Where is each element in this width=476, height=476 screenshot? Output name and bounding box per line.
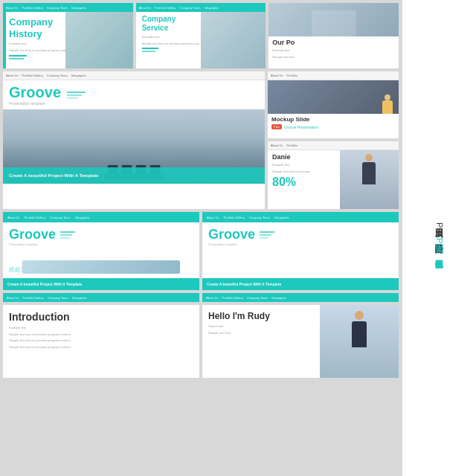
g2-sub: Presentation template xyxy=(208,242,255,246)
main-nav3[interactable]: Company Team xyxy=(47,74,68,77)
main-nav: About Us Portfolio Gallery Company Team … xyxy=(3,71,265,80)
intro-title: Introduction xyxy=(9,311,193,323)
right-panel: 以下展示为PPT实际内容 直接点击图片占位符即可添加图片 实际PPT不包含预览图… xyxy=(402,0,476,476)
r5-n2b: Portfolio Gallery xyxy=(222,296,242,300)
ch-nav-item1[interactable]: About Us xyxy=(6,6,18,10)
g1-dl1 xyxy=(60,231,75,233)
intro-example-label: Example text xyxy=(9,326,193,330)
main-logo-area: Groove Presentation template xyxy=(9,84,61,106)
dan-percent: 80% xyxy=(272,176,339,189)
ch-nav-item4[interactable]: Infographic xyxy=(71,6,86,10)
main-nav2[interactable]: Portfolio Gallery xyxy=(22,74,42,77)
dan-nav1: About Us xyxy=(271,144,283,147)
ch-example-body: Sample text here for preview purposes on… xyxy=(9,48,74,53)
mockup-slide[interactable]: About Us Portfolio Mockup Slide xyxy=(268,71,399,138)
ourpo-image xyxy=(268,3,399,36)
g1-dl2 xyxy=(60,234,72,236)
ourpo-body: Our Po Example text Sample text here xyxy=(268,36,399,61)
dan-nav: About Us Portfolio xyxy=(268,141,399,150)
intro-slide[interactable]: Introduction Example text Sample text he… xyxy=(3,305,199,378)
mock-nav: About Us Portfolio xyxy=(268,71,399,80)
dan-head xyxy=(365,154,373,161)
svc-nav3[interactable]: Company Team xyxy=(180,6,201,10)
r5-nav2: About Us Portfolio Gallery Company Team … xyxy=(202,293,399,302)
intro-body: Introduction Example text Sample text he… xyxy=(3,305,199,355)
dan-name: Danie xyxy=(272,153,339,161)
ourpo-example-label: Example text xyxy=(272,48,395,53)
ch-line1 xyxy=(9,55,27,57)
ch-line2 xyxy=(9,58,24,60)
main-deco-lines xyxy=(67,91,86,99)
hello-content: Hello I'm Rudy Search text Sample text h… xyxy=(202,305,330,341)
g2-nav1: About Us xyxy=(207,216,219,219)
ch-content: Company History Example text Sample text… xyxy=(9,16,74,61)
groove-slide-2[interactable]: About Us Portfolio Gallery Company Team … xyxy=(202,212,399,290)
dan-content: Danie Example text Sample text here for … xyxy=(268,150,344,192)
ch-nav-item2[interactable]: Portfolio Gallery xyxy=(22,6,42,10)
building-shape xyxy=(312,10,356,36)
mock-image xyxy=(268,80,399,114)
main-subtitle: Presentation template xyxy=(9,101,61,106)
row4: About Us Portfolio Gallery Company Team … xyxy=(0,209,402,290)
company-history-slide[interactable]: About Us Portfolio Gallery Company Team … xyxy=(3,3,133,68)
person-body xyxy=(382,100,393,114)
ch-image xyxy=(65,12,133,68)
our-po-slide[interactable]: Our Po Example text Sample text here xyxy=(268,3,399,68)
main-nav4[interactable]: Infographic xyxy=(71,74,86,77)
row1-slides: About Us Portfolio Gallery Company Team … xyxy=(0,0,402,68)
g1-img-placeholder xyxy=(22,260,179,274)
svc-title2: Service xyxy=(142,24,260,33)
hello-slide[interactable]: Hello I'm Rudy Search text Sample text h… xyxy=(202,305,399,378)
g2-dl1 xyxy=(260,231,274,233)
ch-nav: About Us Portfolio Gallery Company Team … xyxy=(3,3,133,12)
mock-bottom: Pptx Groove Presentation xyxy=(271,124,395,129)
intro-example-body3: Sample text here for preview purposes co… xyxy=(9,345,156,350)
main-banner: Create A beautiful Project With It Templ… xyxy=(3,167,265,184)
r5-n1d: Infographic xyxy=(72,296,87,300)
main-image-area: Create A beautiful Project With It Templ… xyxy=(3,109,265,184)
svc-title1: Company xyxy=(142,15,260,24)
g1-nav1: About Us xyxy=(7,216,19,219)
g2-dl2 xyxy=(260,234,271,236)
daniel-slide[interactable]: About Us Portfolio Danie Example text xyxy=(268,141,399,209)
r5-n2d: Infographic xyxy=(271,296,286,300)
main-header: Groove Presentation template xyxy=(3,80,265,109)
ourpo-example-body: Sample text here xyxy=(272,55,395,60)
hello-example-body: Sample text here xyxy=(208,331,324,335)
g1-nav2: Portfolio Gallery xyxy=(24,216,45,219)
g1-nav4: Infographic xyxy=(75,216,90,219)
mock-body: Mockup Slide Pptx Groove Presentation xyxy=(268,114,399,132)
g2-nav4: Infographic xyxy=(274,216,289,219)
svc-line1 xyxy=(142,48,158,49)
r5-n2c: Company Team xyxy=(247,296,268,300)
g1-nav: About Us Portfolio Gallery Company Team … xyxy=(3,212,199,222)
ch-nav-item3[interactable]: Company Team xyxy=(47,6,68,10)
mock-person xyxy=(382,94,393,114)
side-column: About Us Portfolio Mockup Slide xyxy=(268,71,399,209)
g2-deco xyxy=(260,231,274,239)
svc-nav: About Us Portfolio Gallery Company Team … xyxy=(136,3,266,12)
g2-logo-area: Groove Presentation template xyxy=(208,227,255,246)
ch-title2: History xyxy=(9,28,74,40)
g2-banner: Create A beautiful Project With It Templ… xyxy=(202,278,399,290)
company-service-slide[interactable]: About Us Portfolio Gallery Company Team … xyxy=(136,3,266,68)
ch-stripe xyxy=(3,12,6,68)
hello-example-label: Search text xyxy=(208,324,324,329)
pptx-badge: Pptx xyxy=(271,124,282,129)
dan-body: Sample text here for preview xyxy=(272,170,339,174)
hello-head xyxy=(355,311,364,320)
r5-n2a: About Us xyxy=(206,296,218,300)
g2-nav3: Company Team xyxy=(249,216,270,219)
g1-sub: Presentation template xyxy=(9,242,56,246)
main-nav1[interactable]: About Us xyxy=(6,74,18,77)
r5-n1b: Portfolio Gallery xyxy=(22,296,43,300)
groove-pres-label: Groove Presentation xyxy=(284,125,318,129)
main-groove-slide[interactable]: About Us Portfolio Gallery Company Team … xyxy=(3,71,265,209)
groove-slide-1[interactable]: About Us Portfolio Gallery Company Team … xyxy=(3,212,199,290)
hello-img xyxy=(320,305,399,378)
g1-logo: Groove xyxy=(9,227,56,242)
svc-nav2[interactable]: Portfolio Gallery xyxy=(155,6,176,10)
svc-nav4[interactable]: Infographic xyxy=(205,6,219,10)
dan-person xyxy=(340,150,399,209)
svc-nav1[interactable]: About Us xyxy=(139,6,151,10)
